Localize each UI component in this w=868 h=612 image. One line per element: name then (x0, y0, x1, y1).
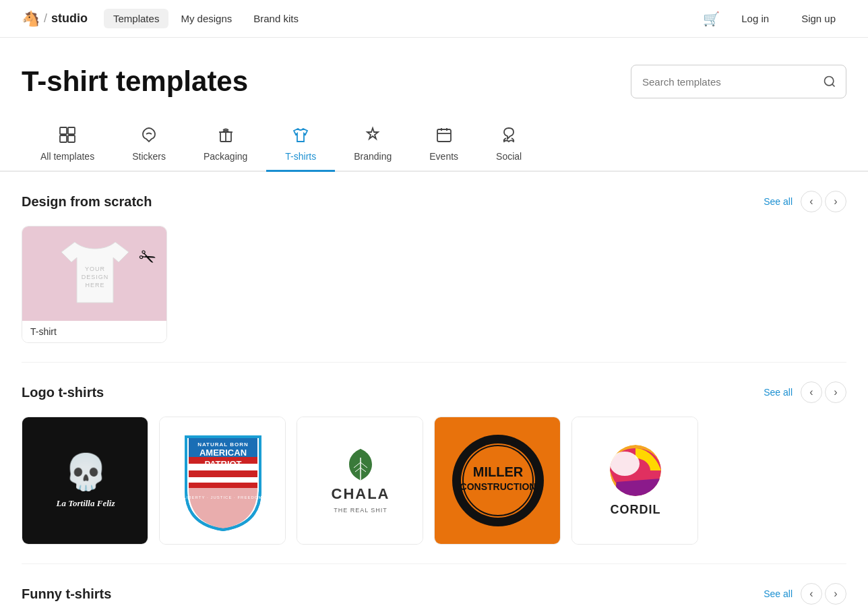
category-tshirts-label: T-shirts (285, 151, 316, 162)
events-icon (435, 125, 454, 147)
category-all-templates-label: All templates (40, 151, 94, 162)
see-all-scratch[interactable]: See all (764, 196, 793, 207)
next-scratch[interactable]: › (825, 191, 846, 212)
prev-scratch[interactable]: ‹ (801, 191, 822, 212)
logo-horse-icon: 🐴 (22, 10, 40, 28)
category-stickers[interactable]: Stickers (113, 115, 185, 172)
logo-text: studio (51, 11, 88, 26)
svg-point-21 (461, 443, 535, 518)
section-design-from-scratch: Design from scratch See all ‹ › YOUR DES… (0, 172, 868, 362)
all-templates-icon (58, 125, 77, 147)
card-miller-construction[interactable]: MILLER CONSTRUCTION (434, 417, 561, 545)
stickers-icon (140, 125, 158, 147)
category-nav: All templates Stickers Packaging (0, 115, 868, 172)
category-tshirts[interactable]: T-shirts (266, 115, 335, 172)
search-input[interactable] (631, 76, 813, 88)
signup-button[interactable]: Sign up (790, 9, 846, 28)
section-header-logo: Logo t-shirts See all ‹ › (22, 381, 846, 403)
chala-name: CHALA (332, 485, 390, 503)
card-image-miller: MILLER CONSTRUCTION (435, 417, 561, 544)
see-all-logo[interactable]: See all (764, 387, 793, 398)
category-stickers-label: Stickers (132, 151, 166, 162)
svg-point-0 (825, 77, 834, 86)
category-social-label: Social (496, 151, 522, 162)
nav-brand-kits[interactable]: Brand kits (244, 9, 308, 28)
logo[interactable]: 🐴 / studio (22, 10, 88, 28)
search-icon (823, 75, 836, 88)
svg-rect-2 (60, 127, 67, 134)
cards-row-logo: 💀 La Tortilla Feliz (22, 417, 846, 545)
card-tshirt-blank[interactable]: YOUR DESIGN HERE ✂ T-shirt (22, 226, 167, 343)
cordil-name: CORDIL (611, 503, 661, 517)
svg-line-1 (832, 84, 835, 87)
section-title-funny: Funny t-shirts (22, 586, 764, 602)
branding-icon (363, 125, 382, 147)
cordil-logo-svg (610, 445, 661, 496)
search-box (631, 65, 846, 98)
svg-text:CONSTRUCTION: CONSTRUCTION (460, 481, 536, 492)
card-image-cordil: CORDIL (572, 417, 698, 544)
category-social[interactable]: Social (477, 115, 540, 172)
section-logo-tshirts: Logo t-shirts See all ‹ › 💀 La Tortilla … (0, 363, 868, 563)
svg-text:DESIGN: DESIGN (82, 274, 109, 280)
prev-funny[interactable]: ‹ (801, 583, 822, 605)
card-la-tortilla[interactable]: 💀 La Tortilla Feliz (22, 417, 148, 545)
page-title: T-shirt templates (22, 65, 248, 98)
svg-rect-7 (437, 129, 451, 142)
svg-text:YOUR: YOUR (85, 266, 105, 272)
card-image-chala: CHALA THE REAL SHIT (297, 417, 423, 544)
prev-logo[interactable]: ‹ (801, 381, 822, 403)
section-header-scratch: Design from scratch See all ‹ › (22, 191, 846, 212)
svg-text:NATURAL BORN: NATURAL BORN (197, 441, 249, 448)
svg-rect-4 (60, 135, 67, 142)
navbar: 🐴 / studio Templates My designs Brand ki… (0, 0, 868, 38)
chala-leaf-svg (344, 448, 377, 481)
social-icon (499, 125, 518, 147)
next-logo[interactable]: › (825, 381, 846, 403)
search-button[interactable] (813, 65, 846, 98)
login-button[interactable]: Log in (731, 9, 780, 28)
category-all-templates[interactable]: All templates (22, 115, 113, 172)
tshirt-svg: YOUR DESIGN HERE (58, 239, 132, 306)
see-all-funny[interactable]: See all (764, 588, 793, 599)
cards-row-scratch: YOUR DESIGN HERE ✂ T-shirt (22, 226, 846, 343)
nav-right: 🛒 Log in Sign up (703, 9, 846, 28)
svg-text:HERE: HERE (85, 282, 104, 288)
category-packaging[interactable]: Packaging (185, 115, 266, 172)
card-chala[interactable]: CHALA THE REAL SHIT (297, 417, 423, 545)
card-cordil[interactable]: CORDIL (571, 417, 698, 545)
cart-icon[interactable]: 🛒 (703, 11, 720, 27)
svg-text:LIBERTY · JUSTICE · FREEDOM: LIBERTY · JUSTICE · FREEDOM (184, 495, 263, 499)
section-title-scratch: Design from scratch (22, 194, 764, 210)
category-branding-label: Branding (354, 151, 392, 162)
category-events[interactable]: Events (410, 115, 477, 172)
card-american-patriot[interactable]: NATURAL BORN AMERICAN PATRIOT LIBERTY · … (159, 417, 286, 545)
svg-rect-14 (189, 477, 257, 483)
category-packaging-label: Packaging (204, 151, 247, 162)
tortilla-text: La Tortilla Feliz (57, 498, 115, 510)
svg-rect-3 (68, 127, 75, 134)
section-funny-tshirts: Funny t-shirts See all ‹ › (0, 564, 868, 612)
chala-subtitle: THE REAL SHIT (334, 507, 388, 514)
miller-svg: MILLER CONSTRUCTION (444, 427, 552, 534)
nav-templates[interactable]: Templates (104, 9, 168, 28)
svg-text:MILLER: MILLER (473, 464, 524, 479)
card-image-tortilla: 💀 La Tortilla Feliz (22, 417, 148, 544)
section-header-funny: Funny t-shirts See all ‹ › (22, 583, 846, 605)
nav-my-designs[interactable]: My designs (171, 9, 241, 28)
svg-rect-15 (189, 483, 257, 488)
svg-rect-5 (68, 135, 75, 142)
svg-text:AMERICAN: AMERICAN (199, 448, 247, 458)
tshirts-icon (291, 125, 310, 147)
card-image-scratch: YOUR DESIGN HERE ✂ (22, 226, 167, 321)
category-events-label: Events (429, 151, 458, 162)
next-funny[interactable]: › (825, 583, 846, 605)
svg-point-27 (610, 452, 640, 476)
nav-links: Templates My designs Brand kits (104, 9, 703, 28)
section-title-logo: Logo t-shirts (22, 385, 764, 400)
category-branding[interactable]: Branding (335, 115, 410, 172)
card-image-patriot: NATURAL BORN AMERICAN PATRIOT LIBERTY · … (160, 417, 286, 544)
svg-rect-13 (189, 470, 257, 477)
svg-text:PATRIOT: PATRIOT (204, 459, 241, 469)
card-label-scratch: T-shirt (22, 321, 166, 342)
